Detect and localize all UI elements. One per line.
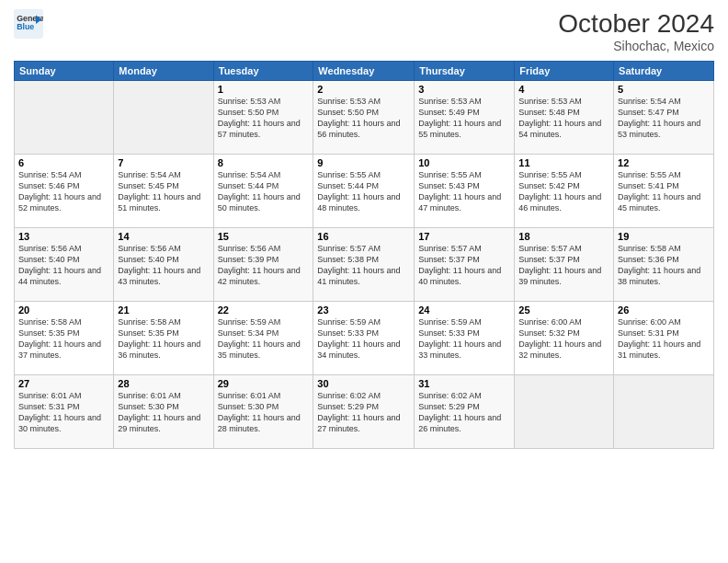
day-cell: 7Sunrise: 5:54 AM Sunset: 5:45 PM Daylig… [114, 155, 213, 228]
header-tuesday: Tuesday [213, 62, 313, 81]
day-cell: 20Sunrise: 5:58 AM Sunset: 5:35 PM Dayli… [15, 302, 114, 375]
logo: General Blue [14, 9, 43, 39]
day-cell: 11Sunrise: 5:55 AM Sunset: 5:42 PM Dayli… [515, 155, 614, 228]
day-info: Sunrise: 6:02 AM Sunset: 5:29 PM Dayligh… [418, 390, 510, 435]
day-info: Sunrise: 5:53 AM Sunset: 5:50 PM Dayligh… [317, 96, 410, 141]
day-info: Sunrise: 5:56 AM Sunset: 5:39 PM Dayligh… [218, 243, 310, 288]
day-info: Sunrise: 6:01 AM Sunset: 5:31 PM Dayligh… [18, 390, 109, 435]
day-info: Sunrise: 5:56 AM Sunset: 5:40 PM Dayligh… [118, 243, 209, 288]
day-cell: 17Sunrise: 5:57 AM Sunset: 5:37 PM Dayli… [415, 228, 515, 302]
header-friday: Friday [515, 62, 614, 81]
day-cell: 1Sunrise: 5:53 AM Sunset: 5:50 PM Daylig… [213, 81, 313, 155]
header-monday: Monday [114, 62, 213, 81]
day-number: 28 [118, 378, 209, 389]
week-row-1: 6Sunrise: 5:54 AM Sunset: 5:46 PM Daylig… [15, 155, 714, 228]
header-thursday: Thursday [415, 62, 515, 81]
svg-text:Blue: Blue [17, 22, 34, 31]
day-cell: 21Sunrise: 5:58 AM Sunset: 5:35 PM Dayli… [114, 302, 213, 375]
day-cell: 29Sunrise: 6:01 AM Sunset: 5:30 PM Dayli… [213, 375, 313, 449]
day-cell: 6Sunrise: 5:54 AM Sunset: 5:46 PM Daylig… [15, 155, 114, 228]
day-number: 24 [418, 304, 510, 316]
header-sunday: Sunday [15, 62, 114, 81]
title-section: October 2024 Sihochac, Mexico [558, 9, 714, 53]
day-info: Sunrise: 5:55 AM Sunset: 5:42 PM Dayligh… [518, 169, 609, 214]
day-cell: 15Sunrise: 5:56 AM Sunset: 5:39 PM Dayli… [213, 228, 313, 302]
logo-icon: General Blue [14, 9, 43, 39]
day-info: Sunrise: 5:55 AM Sunset: 5:43 PM Dayligh… [418, 169, 510, 214]
day-number: 16 [317, 231, 410, 242]
day-cell: 5Sunrise: 5:54 AM Sunset: 5:47 PM Daylig… [614, 81, 714, 155]
day-number: 12 [618, 157, 710, 168]
day-cell: 22Sunrise: 5:59 AM Sunset: 5:34 PM Dayli… [213, 302, 313, 375]
day-cell [614, 375, 714, 449]
day-number: 6 [18, 157, 109, 168]
day-cell: 18Sunrise: 5:57 AM Sunset: 5:37 PM Dayli… [515, 228, 614, 302]
day-number: 13 [18, 231, 109, 242]
day-info: Sunrise: 5:58 AM Sunset: 5:35 PM Dayligh… [118, 316, 209, 362]
day-info: Sunrise: 5:56 AM Sunset: 5:40 PM Dayligh… [18, 243, 109, 288]
subtitle: Sihochac, Mexico [558, 39, 714, 53]
page-container: General Blue October 2024 Sihochac, Mexi… [0, 0, 728, 563]
day-cell: 12Sunrise: 5:55 AM Sunset: 5:41 PM Dayli… [614, 155, 714, 228]
day-number: 22 [218, 304, 310, 316]
day-cell: 24Sunrise: 5:59 AM Sunset: 5:33 PM Dayli… [415, 302, 515, 375]
day-cell: 4Sunrise: 5:53 AM Sunset: 5:48 PM Daylig… [515, 81, 614, 155]
header-wednesday: Wednesday [313, 62, 415, 81]
day-number: 29 [218, 378, 310, 389]
day-number: 30 [317, 378, 410, 389]
day-cell [515, 375, 614, 449]
day-info: Sunrise: 5:57 AM Sunset: 5:37 PM Dayligh… [518, 243, 609, 288]
day-cell: 8Sunrise: 5:54 AM Sunset: 5:44 PM Daylig… [213, 155, 313, 228]
day-number: 15 [218, 231, 310, 242]
day-number: 20 [18, 304, 109, 316]
calendar-header-row: Sunday Monday Tuesday Wednesday Thursday… [15, 62, 714, 81]
day-cell: 25Sunrise: 6:00 AM Sunset: 5:32 PM Dayli… [515, 302, 614, 375]
day-number: 21 [118, 304, 209, 316]
day-cell: 2Sunrise: 5:53 AM Sunset: 5:50 PM Daylig… [313, 81, 415, 155]
header: General Blue October 2024 Sihochac, Mexi… [14, 9, 714, 53]
day-info: Sunrise: 5:57 AM Sunset: 5:37 PM Dayligh… [418, 243, 510, 288]
week-row-2: 13Sunrise: 5:56 AM Sunset: 5:40 PM Dayli… [15, 228, 714, 302]
day-cell: 9Sunrise: 5:55 AM Sunset: 5:44 PM Daylig… [313, 155, 415, 228]
day-info: Sunrise: 6:01 AM Sunset: 5:30 PM Dayligh… [218, 390, 310, 435]
day-number: 8 [218, 157, 310, 168]
day-info: Sunrise: 5:54 AM Sunset: 5:45 PM Dayligh… [118, 169, 209, 214]
day-info: Sunrise: 5:59 AM Sunset: 5:34 PM Dayligh… [218, 316, 310, 362]
day-info: Sunrise: 6:02 AM Sunset: 5:29 PM Dayligh… [317, 390, 410, 435]
day-number: 7 [118, 157, 209, 168]
day-info: Sunrise: 5:55 AM Sunset: 5:44 PM Dayligh… [317, 169, 410, 214]
calendar-table: Sunday Monday Tuesday Wednesday Thursday… [14, 61, 714, 449]
day-number: 2 [317, 84, 410, 95]
day-cell: 28Sunrise: 6:01 AM Sunset: 5:30 PM Dayli… [114, 375, 213, 449]
day-cell: 19Sunrise: 5:58 AM Sunset: 5:36 PM Dayli… [614, 228, 714, 302]
day-info: Sunrise: 5:53 AM Sunset: 5:48 PM Dayligh… [518, 96, 609, 141]
day-number: 27 [18, 378, 109, 389]
day-cell: 10Sunrise: 5:55 AM Sunset: 5:43 PM Dayli… [415, 155, 515, 228]
day-number: 3 [418, 84, 510, 95]
day-cell: 26Sunrise: 6:00 AM Sunset: 5:31 PM Dayli… [614, 302, 714, 375]
day-cell: 23Sunrise: 5:59 AM Sunset: 5:33 PM Dayli… [313, 302, 415, 375]
day-cell: 27Sunrise: 6:01 AM Sunset: 5:31 PM Dayli… [15, 375, 114, 449]
day-info: Sunrise: 5:54 AM Sunset: 5:47 PM Dayligh… [618, 96, 710, 141]
month-title: October 2024 [558, 9, 714, 39]
day-info: Sunrise: 5:53 AM Sunset: 5:49 PM Dayligh… [418, 96, 510, 141]
day-cell: 30Sunrise: 6:02 AM Sunset: 5:29 PM Dayli… [313, 375, 415, 449]
day-info: Sunrise: 5:59 AM Sunset: 5:33 PM Dayligh… [418, 316, 510, 362]
day-info: Sunrise: 6:00 AM Sunset: 5:31 PM Dayligh… [618, 316, 710, 362]
week-row-0: 1Sunrise: 5:53 AM Sunset: 5:50 PM Daylig… [15, 81, 714, 155]
day-info: Sunrise: 5:57 AM Sunset: 5:38 PM Dayligh… [317, 243, 410, 288]
day-info: Sunrise: 5:54 AM Sunset: 5:44 PM Dayligh… [218, 169, 310, 214]
day-number: 17 [418, 231, 510, 242]
day-info: Sunrise: 5:55 AM Sunset: 5:41 PM Dayligh… [618, 169, 710, 214]
week-row-3: 20Sunrise: 5:58 AM Sunset: 5:35 PM Dayli… [15, 302, 714, 375]
day-number: 11 [518, 157, 609, 168]
day-number: 19 [618, 231, 710, 242]
day-info: Sunrise: 5:59 AM Sunset: 5:33 PM Dayligh… [317, 316, 410, 362]
week-row-4: 27Sunrise: 6:01 AM Sunset: 5:31 PM Dayli… [15, 375, 714, 449]
day-number: 10 [418, 157, 510, 168]
day-cell: 14Sunrise: 5:56 AM Sunset: 5:40 PM Dayli… [114, 228, 213, 302]
header-saturday: Saturday [614, 62, 714, 81]
day-cell: 13Sunrise: 5:56 AM Sunset: 5:40 PM Dayli… [15, 228, 114, 302]
day-cell: 3Sunrise: 5:53 AM Sunset: 5:49 PM Daylig… [415, 81, 515, 155]
day-number: 14 [118, 231, 209, 242]
